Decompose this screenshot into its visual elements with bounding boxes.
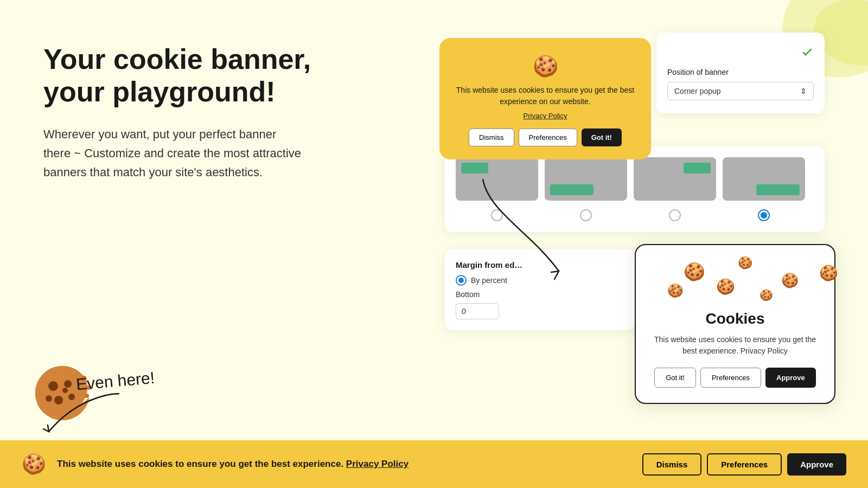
select-arrow-icon: ⇕ [800,87,807,95]
dark-popup-buttons: Got it! Preferences Approve [651,368,819,388]
layout-option-2[interactable] [545,157,627,201]
bottom-banner-buttons: Dismiss Preferences Approve [642,453,846,476]
margin-radio-row: By percent [456,275,624,286]
position-label: Position of banner [667,68,814,76]
margin-input[interactable] [456,303,499,319]
margin-radio-label: By percent [471,276,507,285]
layout-radio-1[interactable] [456,209,538,221]
check-icon [667,46,814,61]
margin-panel: Margin from ed… By percent Bottom [445,249,635,330]
layout-option-1[interactable] [456,157,538,201]
popup-dismiss-button[interactable]: Dismiss [469,129,514,146]
popup-privacy-link[interactable]: Privacy Policy [455,112,636,120]
layout-radio-4[interactable] [723,209,805,221]
layout-option-4[interactable] [723,157,805,201]
radio-circle-2 [580,209,592,221]
even-here-arrow [33,388,130,442]
popup-preferences-button[interactable]: Preferences [519,129,577,146]
bottom-approve-button[interactable]: Approve [787,453,846,476]
bottom-preferences-button[interactable]: Preferences [707,453,782,476]
layout-radio-row [456,209,814,221]
bottom-cookie-banner: 🍪 This website uses cookies to ensure yo… [0,440,868,488]
radio-circle-4 [758,209,770,221]
dark-popup-text: This website uses cookies to ensure you … [651,334,819,357]
layout-options [456,157,814,201]
margin-bottom-label: Bottom [456,290,624,299]
cookie-scatter-7: 🍪 [819,264,838,282]
settings-panel: Position of banner Corner popup ⇕ [656,33,825,113]
layout-radio-2[interactable] [545,209,627,221]
cookie-scatter-6: 🍪 [760,288,773,301]
bottom-cookie-icon: 🍪 [22,453,46,476]
radio-circle-3 [669,209,681,221]
dark-popup-gotit-button[interactable]: Got it! [654,368,696,388]
dark-popup-title: Cookies [651,310,819,328]
hero-section: Your cookie banner, your playground! Whe… [43,43,358,182]
layout-radio-3[interactable] [634,209,716,221]
cookie-scatter-4: 🍪 [667,283,684,298]
bottom-banner-text: This website uses cookies to ensure you … [57,459,631,470]
dark-popup: 🍪 🍪 🍪 🍪 🍪 🍪 🍪 Cookies This website uses … [635,244,835,404]
cookie-scatter-2: 🍪 [738,256,752,270]
svg-point-5 [64,380,72,388]
cookie-scatter-1: 🍪 [684,261,705,282]
position-value: Corner popup [674,87,721,95]
hero-description: Wherever you want, put your perfect bann… [43,125,304,182]
bottom-privacy-link[interactable]: Privacy Policy [346,459,409,469]
popup-cookie-icon: 🍪 [455,54,636,78]
popup-buttons: Dismiss Preferences Got it! [455,129,636,146]
layout-option-3[interactable] [634,157,716,201]
margin-title: Margin from ed… [456,260,624,269]
even-here-label: Even here! [75,369,156,394]
popup-banner: 🍪 This website uses cookies to ensure yo… [439,38,651,159]
dark-popup-approve-button[interactable]: Approve [765,368,816,388]
cookie-scatter-5: 🍪 [716,278,735,296]
cookie-scatter-3: 🍪 [781,272,799,289]
even-here-area: Even here! [76,372,155,390]
right-section: 🍪 This website uses cookies to ensure yo… [423,16,835,439]
popup-gotit-button[interactable]: Got it! [582,129,622,146]
radio-circle-1 [491,209,503,221]
bottom-dismiss-button[interactable]: Dismiss [642,453,702,476]
popup-banner-text: This website uses cookies to ensure you … [455,85,636,107]
margin-radio-icon[interactable] [456,275,467,286]
dark-popup-preferences-button[interactable]: Preferences [700,368,761,388]
page-title: Your cookie banner, your playground! [43,43,358,108]
dark-popup-cookies-area: 🍪 🍪 🍪 🍪 🍪 🍪 🍪 [651,261,819,305]
position-select[interactable]: Corner popup ⇕ [667,82,814,100]
